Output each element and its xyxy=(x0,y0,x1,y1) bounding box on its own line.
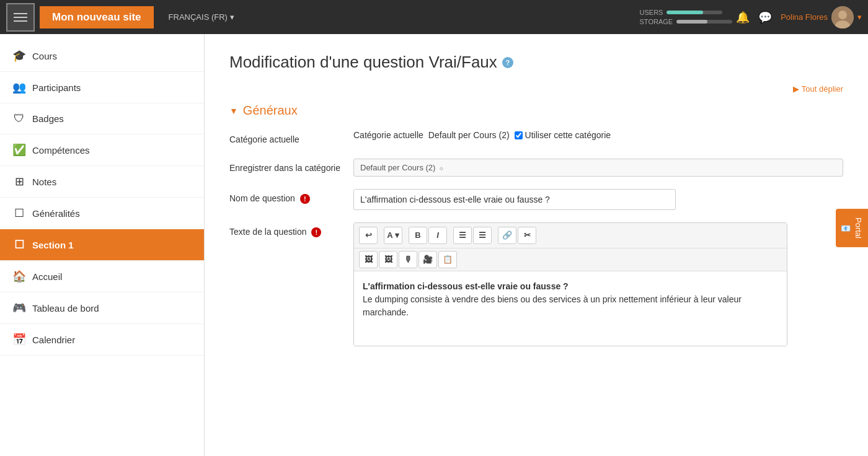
label-enregistrer: Enregistrer dans la catégorie xyxy=(229,159,353,175)
sidebar-label-tableau: Tableau de bord xyxy=(32,303,99,314)
user-menu[interactable]: Polina Flores ▾ xyxy=(781,6,862,28)
sidebar-label-accueil: Accueil xyxy=(32,271,62,282)
portal-tab[interactable]: Portal 📧 xyxy=(836,209,868,247)
editor-wrapper: ↩ A ▾ B I ☰ ☰ 🔗 ✂ 🖼 xyxy=(353,222,787,346)
avatar xyxy=(831,6,854,28)
language-label: FRANÇAIS (FR) xyxy=(169,12,228,22)
sidebar-item-participants[interactable]: 👥 Participants xyxy=(0,72,204,103)
sidebar-item-tableau[interactable]: 🎮 Tableau de bord xyxy=(0,292,204,324)
sidebar-label-cours: Cours xyxy=(32,51,57,61)
storage-label: STORAGE xyxy=(640,18,673,25)
dropdown-value: Default per Cours (2) xyxy=(360,163,435,172)
tableau-icon: 🎮 xyxy=(12,301,26,315)
notes-icon: ⊞ xyxy=(12,175,26,188)
toolbar-ulist-button[interactable]: ☰ xyxy=(453,227,472,244)
category-value: Default per Cours (2) xyxy=(428,130,510,140)
section1-icon: ☐ xyxy=(12,238,26,252)
value-texte: ↩ A ▾ B I ☰ ☰ 🔗 ✂ 🖼 xyxy=(353,222,843,346)
tout-deplier-button[interactable]: ▶ Tout déplier xyxy=(229,84,843,94)
dropdown-caret-icon: ⬦ xyxy=(439,163,444,172)
label-nom-text: Nom de question xyxy=(229,193,295,203)
storage-stat: STORAGE xyxy=(640,18,733,25)
sidebar-item-cours[interactable]: 🎓 Cours xyxy=(0,40,204,72)
form-row-nom: Nom de question ! xyxy=(229,189,843,210)
section-generaux-header: ▼ Généraux xyxy=(229,103,843,118)
section-collapse-icon[interactable]: ▼ xyxy=(229,106,238,116)
value-categorie: Catégorie actuelle Default per Cours (2)… xyxy=(353,130,843,140)
utiliser-checkbox[interactable] xyxy=(515,131,523,139)
cours-icon: 🎓 xyxy=(12,49,26,63)
toolbar-undo-button[interactable]: ↩ xyxy=(359,227,378,244)
tout-deplier-label: Tout déplier xyxy=(802,84,843,94)
toolbar-link-button[interactable]: 🔗 xyxy=(498,227,516,244)
required-icon-nom[interactable]: ! xyxy=(300,194,310,204)
category-text: Catégorie actuelle xyxy=(353,130,423,140)
accueil-icon: 🏠 xyxy=(12,270,26,283)
sidebar-label-notes: Notes xyxy=(32,177,56,187)
value-enregistrer: Default per Cours (2) ⬦ xyxy=(353,159,843,177)
users-bar xyxy=(666,11,722,14)
topnav: Mon nouveau site FRANÇAIS (FR) ▾ USERS S… xyxy=(0,0,868,34)
required-icon-texte[interactable]: ! xyxy=(311,227,321,237)
sidebar-item-notes[interactable]: ⊞ Notes xyxy=(0,166,204,198)
topnav-right: 🔔 💬 Polina Flores ▾ xyxy=(736,6,862,28)
sidebar-item-badges[interactable]: 🛡 Badges xyxy=(0,103,204,134)
toolbar-image-button[interactable]: 🖼 xyxy=(359,251,378,268)
sidebar-item-section1[interactable]: ☐ Section 1 xyxy=(0,229,204,261)
competences-icon: ✅ xyxy=(12,143,26,157)
label-texte-text: Texte de la question xyxy=(229,227,307,237)
chat-icon[interactable]: 💬 xyxy=(758,11,772,24)
page-title-area: Modification d'une question Vrai/Faux ? xyxy=(229,53,843,72)
toolbar-unlink-button[interactable]: ✂ xyxy=(518,227,536,244)
storage-bar-fill xyxy=(676,20,707,24)
portal-icon: 📧 xyxy=(841,223,850,233)
checkbox-area[interactable]: Utiliser cette catégorie xyxy=(515,130,611,140)
label-categorie: Catégorie actuelle xyxy=(229,130,353,146)
toolbar-clipboard-button[interactable]: 📋 xyxy=(438,251,457,268)
sidebar-label-calendrier: Calendrier xyxy=(32,335,75,345)
form-row-texte: Texte de la question ! ↩ A ▾ B I ☰ ☰ xyxy=(229,222,843,346)
toolbar-bold-button[interactable]: B xyxy=(409,227,427,244)
toolbar-italic-button[interactable]: I xyxy=(428,227,447,244)
hamburger-icon xyxy=(14,13,27,22)
stats-area: USERS STORAGE xyxy=(640,9,733,25)
layout: 🎓 Cours 👥 Participants 🛡 Badges ✅ Compét… xyxy=(0,34,868,456)
value-nom xyxy=(353,189,843,210)
nom-input[interactable] xyxy=(353,189,676,210)
sidebar-label-competences: Compétences xyxy=(32,145,90,156)
form-row-categorie: Catégorie actuelle Catégorie actuelle De… xyxy=(229,130,843,146)
toolbar-font-button[interactable]: A ▾ xyxy=(384,227,402,244)
sidebar-item-accueil[interactable]: 🏠 Accueil xyxy=(0,261,204,292)
sidebar-label-generalites: Généralités xyxy=(32,208,80,219)
editor-content[interactable]: L'affirmation ci-dessous est-elle vraie … xyxy=(354,271,787,346)
editor-paragraph: Le dumping consiste à vendre des biens o… xyxy=(363,293,778,319)
bell-icon[interactable]: 🔔 xyxy=(736,11,750,24)
svg-point-1 xyxy=(838,11,847,19)
category-dropdown[interactable]: Default per Cours (2) ⬦ xyxy=(353,159,843,177)
sidebar-item-competences[interactable]: ✅ Compétences xyxy=(0,134,204,166)
chevron-right-icon: ▶ xyxy=(793,84,799,94)
storage-bar xyxy=(676,20,732,24)
sidebar: 🎓 Cours 👥 Participants 🛡 Badges ✅ Compét… xyxy=(0,34,205,456)
editor-bold-text: L'affirmation ci-dessous est-elle vraie … xyxy=(363,281,569,291)
toolbar-olist-button[interactable]: ☰ xyxy=(473,227,492,244)
checkbox-label: Utiliser cette catégorie xyxy=(525,130,611,140)
section-generaux-label: Généraux xyxy=(243,103,298,118)
category-line: Catégorie actuelle Default per Cours (2)… xyxy=(353,130,843,140)
sidebar-item-calendrier[interactable]: 📅 Calendrier xyxy=(0,324,204,356)
chevron-down-icon: ▾ xyxy=(230,12,234,22)
help-icon[interactable]: ? xyxy=(502,57,513,68)
toolbar-video-button[interactable]: 🎥 xyxy=(418,251,437,268)
users-bar-fill xyxy=(666,11,703,14)
site-logo[interactable]: Mon nouveau site xyxy=(40,6,154,28)
user-arrow-icon: ▾ xyxy=(857,12,862,22)
toolbar-audio-button[interactable]: 🎙 xyxy=(399,251,417,268)
toolbar-imagefile-button[interactable]: 🖼 xyxy=(379,251,397,268)
hamburger-button[interactable] xyxy=(6,3,35,32)
sidebar-label-badges: Badges xyxy=(32,113,64,124)
language-selector[interactable]: FRANÇAIS (FR) ▾ xyxy=(164,12,239,22)
participants-icon: 👥 xyxy=(12,81,26,94)
portal-label: Portal xyxy=(854,217,863,239)
sidebar-item-generalites[interactable]: ☐ Généralités xyxy=(0,198,204,229)
generalites-icon: ☐ xyxy=(12,206,26,220)
